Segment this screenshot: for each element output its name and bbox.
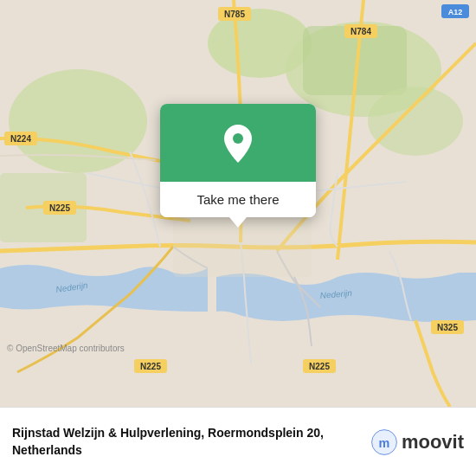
moovit-logo: m moovit [370, 428, 464, 456]
svg-text:m: m [378, 435, 389, 449]
moovit-logo-icon: m [370, 428, 398, 456]
svg-point-26 [233, 133, 243, 144]
popup-pin-area [160, 104, 316, 182]
moovit-text: moovit [402, 431, 464, 453]
svg-text:A12: A12 [448, 8, 463, 16]
info-bar: Rijnstad Welzijn & Hulpverlening, Roermo… [0, 407, 476, 476]
svg-text:N225: N225 [140, 362, 161, 371]
location-popup: Take me there [160, 104, 316, 217]
place-info: Rijnstad Welzijn & Hulpverlening, Roermo… [12, 425, 370, 459]
svg-text:N785: N785 [224, 10, 245, 19]
svg-point-5 [368, 87, 463, 156]
map-attribution: © OpenStreetMap contributors [7, 344, 125, 353]
svg-text:N225: N225 [309, 362, 330, 371]
svg-text:N784: N784 [351, 27, 371, 36]
place-name: Rijnstad Welzijn & Hulpverlening, Roermo… [12, 425, 370, 459]
map-container: N785 N784 N224 N225 N225 N225 N325 Neder… [0, 0, 476, 407]
svg-text:N225: N225 [49, 203, 70, 213]
svg-text:N325: N325 [437, 323, 458, 332]
take-me-there-button[interactable]: Take me there [160, 182, 316, 217]
svg-text:N224: N224 [10, 134, 31, 144]
location-pin-icon [221, 123, 255, 164]
